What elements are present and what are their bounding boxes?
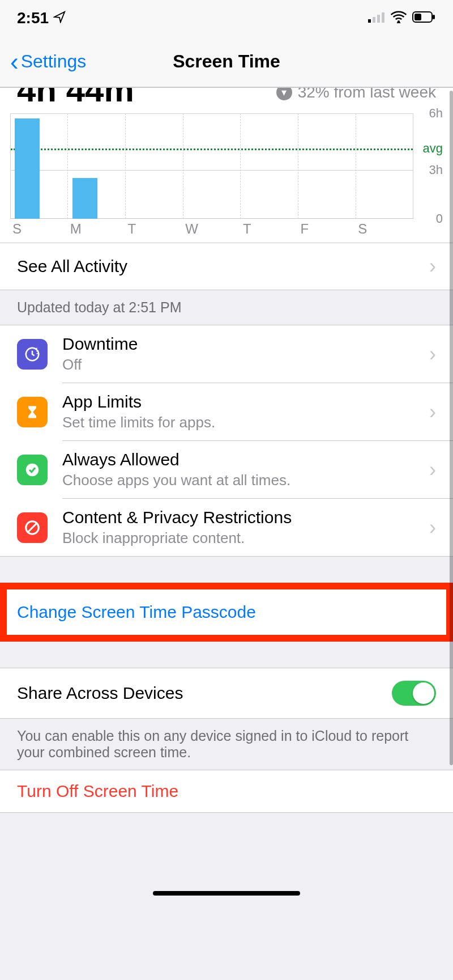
chevron-right-icon: › (429, 254, 436, 278)
svg-rect-2 (377, 15, 380, 23)
chart-x-labels: SMTWTFS (10, 221, 413, 238)
row-content-privacy-title: Content & Privacy Restrictions (62, 508, 422, 527)
wifi-icon (391, 11, 407, 26)
chart-day-2 (125, 113, 183, 219)
chevron-right-icon: › (429, 400, 436, 424)
downtime-icon (17, 339, 48, 370)
scrollbar[interactable] (450, 91, 453, 765)
turn-off-label: Turn Off Screen Time (17, 782, 178, 801)
status-time-text: 2:51 (17, 9, 49, 27)
chart-day-4 (240, 113, 298, 219)
back-label: Settings (21, 51, 87, 72)
nav-bar: ‹ Settings Screen Time (0, 36, 453, 87)
chart-avg-label: avg (423, 141, 443, 156)
y-tick-0: 0 (436, 211, 443, 226)
x-tick-3: W (183, 221, 241, 238)
chart-day-3 (183, 113, 241, 219)
change-passcode-label: Change Screen Time Passcode (17, 603, 256, 621)
y-tick-3h: 3h (429, 163, 443, 177)
usage-change-text: 32% from last week (298, 87, 436, 101)
change-passcode-row[interactable]: Change Screen Time Passcode (0, 588, 453, 636)
x-tick-5: F (298, 221, 356, 238)
status-time: 2:51 (17, 9, 66, 27)
svg-rect-3 (382, 12, 384, 23)
content-privacy-icon (17, 512, 48, 543)
back-button[interactable]: ‹ Settings (0, 49, 86, 74)
row-downtime-title: Downtime (62, 334, 422, 354)
usage-change: ▾ 32% from last week (276, 87, 436, 101)
svg-point-4 (398, 20, 400, 23)
chart-bars (10, 113, 413, 219)
row-always-allowed-title: Always Allowed (62, 450, 422, 469)
status-bar: 2:51 (0, 0, 453, 36)
chart-bar-0 (15, 118, 40, 219)
app-limits-icon (17, 397, 48, 427)
svg-rect-6 (433, 15, 435, 19)
status-right-icons (368, 11, 436, 26)
row-app-limits[interactable]: App LimitsSet time limits for apps.› (0, 383, 453, 440)
row-app-limits-title: App Limits (62, 392, 422, 411)
change-passcode-highlight: Change Screen Time Passcode (0, 588, 453, 636)
battery-icon (412, 11, 436, 25)
chart-bar-1 (72, 178, 97, 219)
share-across-devices-label: Share Across Devices (17, 684, 183, 703)
usage-chart: 6havg3h0SMTWTFS (0, 105, 453, 243)
row-downtime[interactable]: DowntimeOff› (0, 325, 453, 383)
down-arrow-icon: ▾ (276, 87, 292, 100)
y-tick-6h: 6h (429, 106, 443, 121)
cellular-signal-icon (368, 11, 385, 25)
usage-summary: 4h 44m ▾ 32% from last week (0, 87, 453, 105)
x-tick-2: T (125, 221, 183, 238)
turn-off-screen-time-row[interactable]: Turn Off Screen Time (0, 770, 453, 812)
always-allowed-icon (17, 455, 48, 485)
svg-rect-0 (368, 19, 371, 23)
total-usage-time: 4h 44m (17, 87, 134, 94)
chart-day-6 (356, 113, 413, 219)
chevron-right-icon: › (429, 516, 436, 540)
share-toggle[interactable] (392, 681, 436, 706)
row-app-limits-sub: Set time limits for apps. (62, 414, 422, 431)
share-note: You can enable this on any device signed… (0, 719, 453, 770)
share-across-devices-row[interactable]: Share Across Devices (0, 668, 453, 718)
x-tick-6: S (356, 221, 413, 238)
row-always-allowed-sub: Choose apps you want at all times. (62, 472, 422, 489)
svg-line-11 (28, 523, 37, 532)
see-all-activity-label: See All Activity (17, 257, 127, 276)
chart-day-5 (298, 113, 356, 219)
x-tick-1: M (68, 221, 126, 238)
chart-day-0 (10, 113, 67, 219)
chevron-right-icon: › (429, 458, 436, 482)
see-all-activity-row[interactable]: See All Activity › (0, 243, 453, 290)
x-tick-4: T (241, 221, 298, 238)
row-content-privacy-sub: Block inappropriate content. (62, 529, 422, 547)
row-downtime-sub: Off (62, 356, 422, 374)
svg-rect-1 (373, 17, 375, 23)
chart-y-labels: 6havg3h0 (416, 113, 443, 219)
x-tick-0: S (10, 221, 68, 238)
chevron-right-icon: › (429, 342, 436, 366)
updated-note: Updated today at 2:51 PM (0, 290, 453, 325)
controls-list: DowntimeOff›App LimitsSet time limits fo… (0, 325, 453, 557)
chevron-left-icon: ‹ (10, 49, 19, 74)
row-always-allowed[interactable]: Always AllowedChoose apps you want at al… (0, 441, 453, 498)
location-arrow-icon (53, 9, 66, 27)
svg-rect-7 (414, 14, 421, 20)
home-indicator[interactable] (153, 891, 300, 896)
row-content-privacy[interactable]: Content & Privacy RestrictionsBlock inap… (0, 499, 453, 556)
chart-day-1 (67, 113, 125, 219)
